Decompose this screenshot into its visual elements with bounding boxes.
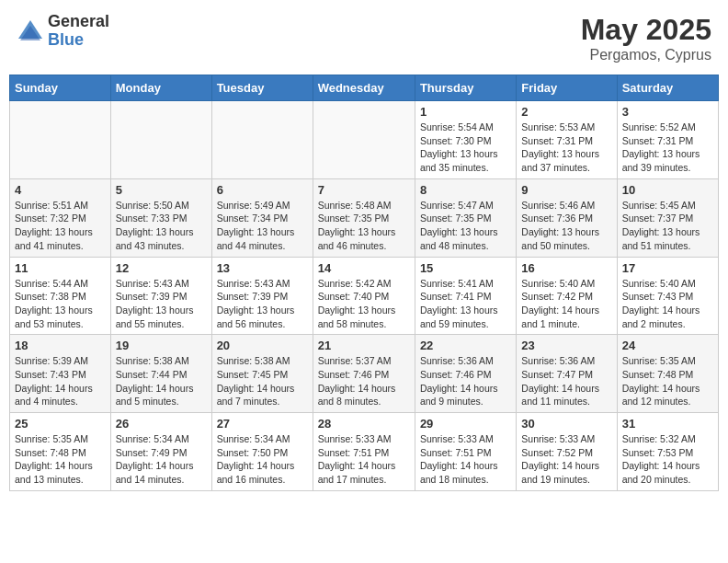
day-info-8: Sunrise: 5:47 AMSunset: 7:35 PMDaylight:… bbox=[420, 199, 511, 253]
day-info-20: Sunrise: 5:38 AMSunset: 7:45 PMDaylight:… bbox=[217, 354, 308, 408]
day-number-4: 4 bbox=[15, 183, 106, 197]
day-info-25: Sunrise: 5:35 AMSunset: 7:48 PMDaylight:… bbox=[15, 432, 106, 487]
cell-w1-d0 bbox=[10, 101, 111, 179]
day-number-11: 11 bbox=[15, 261, 106, 275]
day-info-13: Sunrise: 5:43 AMSunset: 7:39 PMDaylight:… bbox=[217, 277, 308, 331]
cell-w5-d0: 25Sunrise: 5:35 AMSunset: 7:48 PMDayligh… bbox=[10, 413, 111, 491]
day-number-2: 2 bbox=[521, 105, 611, 119]
day-info-29: Sunrise: 5:33 AMSunset: 7:51 PMDaylight:… bbox=[420, 432, 511, 487]
cell-w2-d6: 10Sunrise: 5:45 AMSunset: 7:37 PMDayligh… bbox=[617, 178, 718, 257]
day-info-12: Sunrise: 5:43 AMSunset: 7:39 PMDaylight:… bbox=[116, 277, 207, 331]
day-number-18: 18 bbox=[15, 339, 106, 352]
cell-w3-d0: 11Sunrise: 5:44 AMSunset: 7:38 PMDayligh… bbox=[10, 257, 111, 335]
day-number-3: 3 bbox=[622, 105, 713, 119]
logo-blue-text: Blue bbox=[48, 31, 109, 50]
day-info-4: Sunrise: 5:51 AMSunset: 7:32 PMDaylight:… bbox=[15, 199, 106, 253]
day-info-7: Sunrise: 5:48 AMSunset: 7:35 PMDaylight:… bbox=[318, 199, 410, 253]
location-subtitle: Pergamos, Cyprus bbox=[581, 47, 711, 63]
day-info-5: Sunrise: 5:50 AMSunset: 7:33 PMDaylight:… bbox=[116, 199, 207, 253]
day-info-27: Sunrise: 5:34 AMSunset: 7:50 PMDaylight:… bbox=[217, 432, 308, 487]
cell-w1-d3 bbox=[313, 101, 415, 179]
cell-w4-d2: 20Sunrise: 5:38 AMSunset: 7:45 PMDayligh… bbox=[211, 335, 313, 413]
month-year-title: May 2025 bbox=[581, 13, 711, 47]
day-info-30: Sunrise: 5:33 AMSunset: 7:52 PMDaylight:… bbox=[521, 432, 611, 487]
cell-w2-d1: 5Sunrise: 5:50 AMSunset: 7:33 PMDaylight… bbox=[110, 178, 211, 257]
logo-text: General Blue bbox=[48, 13, 109, 50]
calendar-table: Sunday Monday Tuesday Wednesday Thursday… bbox=[9, 75, 719, 491]
col-friday: Friday bbox=[517, 75, 617, 101]
logo-icon bbox=[17, 18, 44, 44]
day-number-13: 13 bbox=[217, 261, 308, 275]
col-sunday: Sunday bbox=[10, 75, 111, 101]
day-number-6: 6 bbox=[217, 183, 308, 197]
cell-w4-d4: 22Sunrise: 5:36 AMSunset: 7:46 PMDayligh… bbox=[415, 335, 516, 413]
day-info-14: Sunrise: 5:42 AMSunset: 7:40 PMDaylight:… bbox=[318, 277, 410, 331]
cell-w2-d3: 7Sunrise: 5:48 AMSunset: 7:35 PMDaylight… bbox=[313, 178, 415, 257]
logo-general-text: General bbox=[48, 13, 109, 31]
cell-w5-d5: 30Sunrise: 5:33 AMSunset: 7:52 PMDayligh… bbox=[517, 413, 617, 491]
cell-w1-d1 bbox=[110, 101, 211, 179]
day-info-17: Sunrise: 5:40 AMSunset: 7:43 PMDaylight:… bbox=[622, 277, 713, 331]
cell-w1-d5: 2Sunrise: 5:53 AMSunset: 7:31 PMDaylight… bbox=[517, 101, 617, 179]
week-row-3: 11Sunrise: 5:44 AMSunset: 7:38 PMDayligh… bbox=[10, 257, 719, 335]
day-info-21: Sunrise: 5:37 AMSunset: 7:46 PMDaylight:… bbox=[318, 354, 410, 408]
title-area: May 2025 Pergamos, Cyprus bbox=[581, 13, 711, 63]
day-info-2: Sunrise: 5:53 AMSunset: 7:31 PMDaylight:… bbox=[521, 121, 611, 175]
cell-w4-d6: 24Sunrise: 5:35 AMSunset: 7:48 PMDayligh… bbox=[617, 335, 718, 413]
week-row-5: 25Sunrise: 5:35 AMSunset: 7:48 PMDayligh… bbox=[10, 413, 719, 491]
day-info-24: Sunrise: 5:35 AMSunset: 7:48 PMDaylight:… bbox=[622, 354, 713, 408]
week-row-1: 1Sunrise: 5:54 AMSunset: 7:30 PMDaylight… bbox=[10, 101, 719, 179]
day-number-7: 7 bbox=[318, 183, 410, 197]
day-number-8: 8 bbox=[420, 183, 511, 197]
day-number-16: 16 bbox=[521, 261, 611, 275]
day-number-26: 26 bbox=[116, 417, 207, 431]
calendar-body: 1Sunrise: 5:54 AMSunset: 7:30 PMDaylight… bbox=[10, 101, 719, 491]
page-header: General Blue May 2025 Pergamos, Cyprus bbox=[9, 9, 719, 67]
cell-w3-d1: 12Sunrise: 5:43 AMSunset: 7:39 PMDayligh… bbox=[110, 257, 211, 335]
day-info-28: Sunrise: 5:33 AMSunset: 7:51 PMDaylight:… bbox=[318, 432, 410, 487]
cell-w4-d1: 19Sunrise: 5:38 AMSunset: 7:44 PMDayligh… bbox=[110, 335, 211, 413]
day-number-21: 21 bbox=[318, 339, 410, 352]
week-row-2: 4Sunrise: 5:51 AMSunset: 7:32 PMDaylight… bbox=[10, 178, 719, 257]
day-number-20: 20 bbox=[217, 339, 308, 352]
cell-w3-d5: 16Sunrise: 5:40 AMSunset: 7:42 PMDayligh… bbox=[517, 257, 617, 335]
col-monday: Monday bbox=[110, 75, 211, 101]
cell-w3-d6: 17Sunrise: 5:40 AMSunset: 7:43 PMDayligh… bbox=[617, 257, 718, 335]
cell-w4-d5: 23Sunrise: 5:36 AMSunset: 7:47 PMDayligh… bbox=[517, 335, 617, 413]
day-number-5: 5 bbox=[116, 183, 207, 197]
day-info-23: Sunrise: 5:36 AMSunset: 7:47 PMDaylight:… bbox=[521, 354, 611, 408]
cell-w1-d6: 3Sunrise: 5:52 AMSunset: 7:31 PMDaylight… bbox=[617, 101, 718, 179]
day-number-23: 23 bbox=[521, 339, 611, 352]
day-info-31: Sunrise: 5:32 AMSunset: 7:53 PMDaylight:… bbox=[622, 432, 713, 487]
day-number-30: 30 bbox=[521, 417, 611, 431]
cell-w2-d2: 6Sunrise: 5:49 AMSunset: 7:34 PMDaylight… bbox=[211, 178, 313, 257]
day-info-11: Sunrise: 5:44 AMSunset: 7:38 PMDaylight:… bbox=[15, 277, 106, 331]
day-info-19: Sunrise: 5:38 AMSunset: 7:44 PMDaylight:… bbox=[116, 354, 207, 408]
day-info-10: Sunrise: 5:45 AMSunset: 7:37 PMDaylight:… bbox=[622, 199, 713, 253]
day-info-15: Sunrise: 5:41 AMSunset: 7:41 PMDaylight:… bbox=[420, 277, 511, 331]
cell-w5-d2: 27Sunrise: 5:34 AMSunset: 7:50 PMDayligh… bbox=[211, 413, 313, 491]
week-row-4: 18Sunrise: 5:39 AMSunset: 7:43 PMDayligh… bbox=[10, 335, 719, 413]
day-info-1: Sunrise: 5:54 AMSunset: 7:30 PMDaylight:… bbox=[420, 121, 511, 175]
cell-w5-d3: 28Sunrise: 5:33 AMSunset: 7:51 PMDayligh… bbox=[313, 413, 415, 491]
cell-w3-d3: 14Sunrise: 5:42 AMSunset: 7:40 PMDayligh… bbox=[313, 257, 415, 335]
day-info-18: Sunrise: 5:39 AMSunset: 7:43 PMDaylight:… bbox=[15, 354, 106, 408]
cell-w3-d4: 15Sunrise: 5:41 AMSunset: 7:41 PMDayligh… bbox=[415, 257, 516, 335]
day-number-22: 22 bbox=[420, 339, 511, 352]
day-info-22: Sunrise: 5:36 AMSunset: 7:46 PMDaylight:… bbox=[420, 354, 511, 408]
day-info-6: Sunrise: 5:49 AMSunset: 7:34 PMDaylight:… bbox=[217, 199, 308, 253]
day-number-17: 17 bbox=[622, 261, 713, 275]
cell-w5-d4: 29Sunrise: 5:33 AMSunset: 7:51 PMDayligh… bbox=[415, 413, 516, 491]
cell-w3-d2: 13Sunrise: 5:43 AMSunset: 7:39 PMDayligh… bbox=[211, 257, 313, 335]
day-number-27: 27 bbox=[217, 417, 308, 431]
cell-w2-d5: 9Sunrise: 5:46 AMSunset: 7:36 PMDaylight… bbox=[517, 178, 617, 257]
day-number-15: 15 bbox=[420, 261, 511, 275]
calendar-header: Sunday Monday Tuesday Wednesday Thursday… bbox=[10, 75, 719, 101]
day-number-24: 24 bbox=[622, 339, 713, 352]
cell-w4-d3: 21Sunrise: 5:37 AMSunset: 7:46 PMDayligh… bbox=[313, 335, 415, 413]
cell-w4-d0: 18Sunrise: 5:39 AMSunset: 7:43 PMDayligh… bbox=[10, 335, 111, 413]
day-info-9: Sunrise: 5:46 AMSunset: 7:36 PMDaylight:… bbox=[521, 199, 611, 253]
day-number-1: 1 bbox=[420, 105, 511, 119]
col-tuesday: Tuesday bbox=[211, 75, 313, 101]
day-number-9: 9 bbox=[521, 183, 611, 197]
